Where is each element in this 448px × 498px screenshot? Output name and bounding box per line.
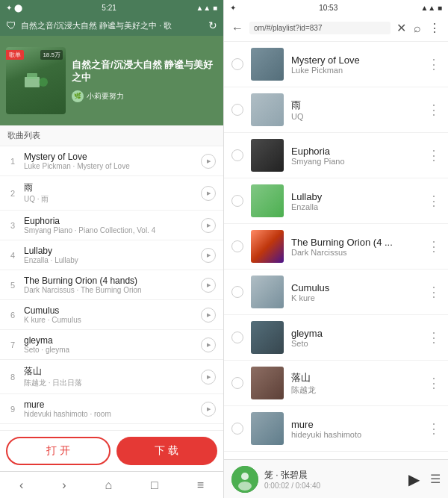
nav-home-icon[interactable]: ⌂ — [105, 479, 112, 492]
svg-point-5 — [238, 482, 252, 491]
song-title: Mystery of Love — [24, 152, 195, 162]
hero-play-count: 18.5万 — [40, 50, 63, 60]
list-item[interactable]: 5 The Burning Orion (4 hands) Dark Narci… — [0, 270, 223, 300]
play-icon[interactable] — [201, 337, 216, 352]
song-number: 2 — [7, 189, 18, 198]
more-icon[interactable]: ⋮ — [427, 147, 441, 164]
more-icon[interactable]: ⋮ — [427, 193, 441, 209]
play-icon[interactable] — [201, 154, 216, 169]
playlist-item-info: The Burning Orion (4 ... Dark Narcissus — [291, 237, 420, 257]
song-info: Euphoria Smyang Piano · Piano Collection… — [24, 216, 195, 234]
list-item[interactable]: 1 Mystery of Love Luke Pickman · Mystery… — [0, 146, 223, 176]
thumbnail-art-svg — [21, 66, 51, 96]
playlist-item-info: 落山 陈越龙 — [291, 371, 420, 396]
song-number: 8 — [7, 373, 18, 382]
hero-author: 🌿 小莉要努力 — [72, 90, 217, 102]
radio-button[interactable] — [231, 104, 243, 116]
play-icon[interactable] — [201, 402, 216, 417]
list-item[interactable]: 6 Cumulus K kure · Cumulus — [0, 300, 223, 330]
song-artist: Enzalla · Lullaby — [24, 256, 195, 264]
table-row[interactable]: Mystery of Love Luke Pickman ⋮ — [224, 42, 448, 87]
url-bar[interactable]: om/#/playlist?id=837 — [249, 22, 391, 34]
player-info: 笼 · 张碧晨 0:00:02 / 0:04:40 — [264, 469, 397, 490]
more-options-icon[interactable]: ⋮ — [427, 19, 442, 37]
list-item[interactable]: 9 mure hidevuki hashimoto · room — [0, 394, 223, 424]
left-song-list[interactable]: 1 Mystery of Love Luke Pickman · Mystery… — [0, 146, 223, 430]
table-row[interactable]: Euphoria Smyang Piano ⋮ — [224, 133, 448, 178]
nav-screen-icon[interactable]: □ — [151, 479, 158, 492]
track-title: mure — [291, 419, 420, 430]
track-artist: hideyuki hashimoto — [291, 430, 420, 439]
album-art — [251, 412, 284, 445]
refresh-icon[interactable]: ↻ — [208, 19, 217, 31]
radio-button[interactable] — [231, 240, 243, 252]
nav-forward-icon[interactable]: › — [62, 479, 66, 492]
song-number: 3 — [7, 221, 18, 230]
right-time: 10:53 — [319, 4, 337, 12]
album-art — [251, 93, 284, 126]
list-item[interactable]: 4 Lullaby Enzalla · Lullaby — [0, 240, 223, 270]
play-icon[interactable] — [201, 248, 216, 263]
table-row[interactable]: gleyma Seto ⋮ — [224, 315, 448, 361]
player-time: 0:00:02 / 0:04:40 — [264, 482, 397, 490]
radio-button[interactable] — [231, 332, 243, 343]
radio-button[interactable] — [231, 149, 243, 161]
table-row[interactable]: 雨 UQ ⋮ — [224, 87, 448, 133]
play-icon[interactable] — [201, 278, 216, 293]
table-row[interactable]: Lullaby Enzalla ⋮ — [224, 178, 448, 224]
playlist-item-info: mure hideyuki hashimoto — [291, 419, 420, 439]
nav-menu-icon[interactable]: ≡ — [197, 479, 204, 492]
song-title: gleyma — [24, 335, 195, 346]
table-row[interactable]: The Burning Orion (4 ... Dark Narcissus … — [224, 224, 448, 270]
song-info: Lullaby Enzalla · Lullaby — [24, 246, 195, 264]
radio-button[interactable] — [231, 286, 243, 298]
more-icon[interactable]: ⋮ — [427, 329, 441, 346]
list-item[interactable]: 2 雨 UQ · 雨 — [0, 176, 223, 211]
song-number: 4 — [7, 251, 18, 260]
list-item[interactable]: 7 gleyma Seto · gleyma — [0, 330, 223, 360]
radio-button[interactable] — [231, 377, 243, 389]
album-art — [251, 139, 284, 172]
open-button[interactable]: 打 开 — [6, 437, 111, 465]
more-icon[interactable]: ⋮ — [427, 375, 441, 391]
svg-rect-1 — [27, 73, 37, 79]
left-bluetooth-icon: ✦ ⬤ — [6, 4, 22, 12]
song-artist: Luke Pickman · Mystery of Love — [24, 162, 195, 170]
track-title: Euphoria — [291, 146, 420, 157]
list-item[interactable]: 3 Euphoria Smyang Piano · Piano Collecti… — [0, 211, 223, 240]
track-artist: Seto — [291, 339, 420, 348]
more-icon[interactable]: ⋮ — [427, 56, 441, 72]
play-icon[interactable] — [201, 308, 216, 323]
author-avatar: 🌿 — [72, 90, 84, 102]
song-info: Mystery of Love Luke Pickman · Mystery o… — [24, 152, 195, 170]
album-art — [251, 230, 284, 263]
table-row[interactable]: Cumulus K kure ⋮ — [224, 270, 448, 315]
more-icon[interactable]: ⋮ — [427, 284, 441, 300]
right-playlist[interactable]: Mystery of Love Luke Pickman ⋮ 雨 UQ ⋮ Eu… — [224, 42, 448, 459]
table-row[interactable]: mure hideyuki hashimoto ⋮ — [224, 406, 448, 452]
more-icon[interactable]: ⋮ — [427, 102, 441, 118]
table-row[interactable]: 落山 陈越龙 ⋮ — [224, 361, 448, 406]
right-bluetooth-icon: ✦ — [230, 4, 236, 12]
list-item[interactable]: 8 落山 陈越龙 · 日出日落 — [0, 360, 223, 394]
play-icon[interactable] — [201, 218, 216, 233]
radio-button[interactable] — [231, 58, 243, 70]
radio-button[interactable] — [231, 195, 243, 207]
more-icon[interactable]: ⋮ — [427, 238, 441, 255]
play-icon[interactable] — [201, 370, 216, 385]
song-title: mure — [24, 399, 195, 410]
nav-back-icon[interactable]: ‹ — [19, 479, 23, 492]
player-art — [231, 466, 258, 493]
play-pause-button[interactable]: ▶ — [403, 469, 424, 490]
search-icon[interactable]: ⌕ — [412, 20, 423, 37]
song-title: The Burning Orion (4 hands) — [24, 276, 195, 286]
more-icon[interactable]: ⋮ — [427, 420, 441, 437]
back-icon[interactable]: ← — [230, 20, 245, 37]
author-name: 小莉要努力 — [87, 91, 124, 102]
play-icon[interactable] — [201, 186, 216, 201]
download-button[interactable]: 下 载 — [116, 437, 218, 465]
close-icon[interactable]: ✕ — [395, 19, 408, 37]
queue-icon[interactable]: ☰ — [430, 472, 441, 486]
track-artist: Luke Pickman — [291, 66, 420, 75]
radio-button[interactable] — [231, 423, 243, 435]
